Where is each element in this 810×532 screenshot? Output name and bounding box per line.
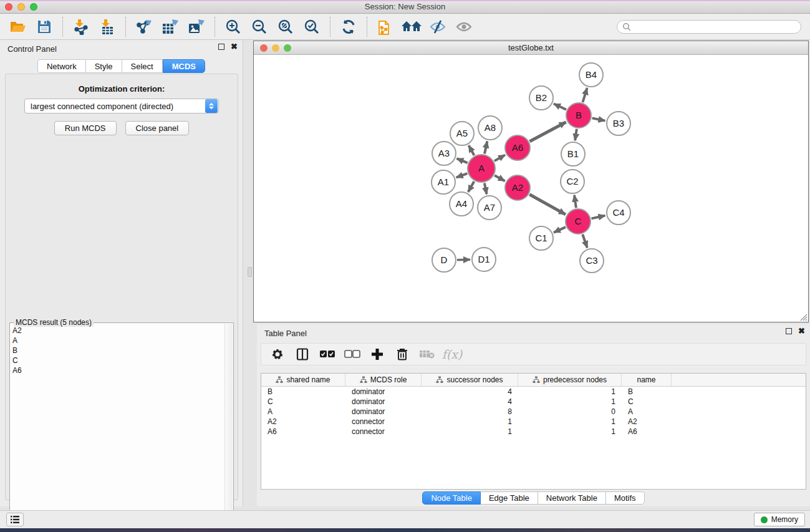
edge-A-A5[interactable] <box>469 145 475 155</box>
show-graphics-details-button[interactable] <box>451 16 477 38</box>
zoom-fit-button[interactable] <box>272 16 299 38</box>
zoom-out-button[interactable] <box>246 16 272 38</box>
import-network-button[interactable] <box>68 16 94 38</box>
new-network-from-selection-button[interactable] <box>372 16 398 38</box>
edge-A-A8[interactable] <box>485 142 487 154</box>
graph-node-A3[interactable]: A3 <box>432 142 456 165</box>
tab-network[interactable]: Network <box>37 59 86 73</box>
deselect-all-button[interactable] <box>341 345 364 364</box>
tab-motifs[interactable]: Motifs <box>606 491 645 505</box>
edge-A-A1[interactable] <box>456 173 468 177</box>
birds-eye-view-button[interactable] <box>398 16 425 38</box>
save-session-button[interactable] <box>31 16 57 38</box>
float-table-panel-icon[interactable] <box>786 328 792 334</box>
show-columns-button[interactable] <box>291 345 314 364</box>
network-window-titlebar[interactable]: testGlobe.txt <box>254 41 808 55</box>
table-row[interactable]: A6connector11A6 <box>261 427 806 437</box>
zoom-in-button[interactable] <box>220 16 246 38</box>
search-box[interactable] <box>617 20 801 34</box>
graph-node-C1[interactable]: C1 <box>529 226 553 250</box>
edge-B-B1[interactable] <box>575 129 577 140</box>
export-network-button[interactable] <box>131 16 157 38</box>
network-graph[interactable]: B4B2BB3A8A5A6A3B1AA1C2A2A4A7C4CC1C3DD1 <box>254 55 808 322</box>
tab-select[interactable]: Select <box>122 59 163 73</box>
edge-A-A6[interactable] <box>494 155 505 161</box>
column-header-predecessor-nodes[interactable]: predecessor nodes <box>518 374 622 386</box>
run-mcds-button[interactable]: Run MCDS <box>54 121 117 135</box>
edge-A-A4[interactable] <box>468 181 474 192</box>
close-panel-icon[interactable]: ✖ <box>231 44 238 50</box>
edge-B-B2[interactable] <box>554 104 566 109</box>
graph-node-D1[interactable]: D1 <box>472 248 496 271</box>
network-canvas[interactable]: B4B2BB3A8A5A6A3B1AA1C2A2A4A7C4CC1C3DD1 <box>254 55 808 322</box>
edge-C-C3[interactable] <box>582 235 587 248</box>
graph-node-C[interactable]: C <box>566 209 591 234</box>
result-list-item[interactable]: A <box>12 336 223 346</box>
result-list-item[interactable]: A6 <box>12 365 223 375</box>
graph-node-B3[interactable]: B3 <box>607 112 630 135</box>
result-list-item[interactable]: B <box>12 346 223 355</box>
edge-A6-B[interactable] <box>529 122 566 142</box>
refresh-button[interactable] <box>335 16 362 38</box>
tab-network-table[interactable]: Network Table <box>538 491 606 505</box>
graph-node-A7[interactable]: A7 <box>478 196 501 220</box>
graph-node-D[interactable]: D <box>432 248 456 272</box>
graph-node-C2[interactable]: C2 <box>561 170 584 193</box>
result-scrollbar[interactable] <box>224 324 233 532</box>
column-header-name[interactable]: name <box>622 374 672 386</box>
graph-node-A4[interactable]: A4 <box>450 192 473 216</box>
graph-node-A8[interactable]: A8 <box>478 116 502 140</box>
edge-B-B3[interactable] <box>592 118 605 120</box>
open-file-button[interactable] <box>5 16 31 38</box>
edge-B-B4[interactable] <box>582 88 587 102</box>
add-column-button[interactable] <box>366 345 388 364</box>
edge-C-C4[interactable] <box>592 216 605 219</box>
table-options-button[interactable] <box>266 345 289 364</box>
close-panel-button[interactable]: Close panel <box>125 121 190 135</box>
criterion-dropdown[interactable]: largest connected component (directed) <box>24 99 219 114</box>
import-table-button[interactable] <box>94 16 120 38</box>
hide-graphics-details-button[interactable] <box>425 16 451 38</box>
memory-button[interactable]: Memory <box>754 513 805 526</box>
graph-node-B4[interactable]: B4 <box>579 63 603 87</box>
float-panel-icon[interactable] <box>218 44 224 50</box>
result-list-item[interactable]: C <box>12 355 223 365</box>
graph-node-B2[interactable]: B2 <box>529 86 553 110</box>
graph-node-C3[interactable]: C3 <box>580 249 604 273</box>
graph-node-A5[interactable]: A5 <box>450 122 474 145</box>
edge-C-C2[interactable] <box>574 195 576 208</box>
select-all-button[interactable] <box>316 345 339 364</box>
graph-node-A1[interactable]: A1 <box>432 170 455 194</box>
mcds-result-list[interactable]: A2ABCA6 <box>12 326 223 531</box>
edge-A-A3[interactable] <box>456 158 467 163</box>
panel-splitter-handle[interactable] <box>248 267 252 277</box>
panel-menu-button[interactable] <box>6 513 24 526</box>
column-header-shared-name[interactable]: shared name <box>261 374 345 386</box>
table-row[interactable]: A2connector11A2 <box>261 417 806 427</box>
column-header-successor-nodes[interactable]: successor nodes <box>422 374 518 386</box>
graph-node-B1[interactable]: B1 <box>561 142 585 166</box>
result-list-item[interactable]: A2 <box>12 326 223 336</box>
edge-A-A7[interactable] <box>485 183 487 195</box>
graph-node-B[interactable]: B <box>566 103 591 128</box>
tab-node-table[interactable]: Node Table <box>422 491 481 505</box>
search-input[interactable] <box>634 22 796 31</box>
edge-A2-C[interactable] <box>529 195 566 215</box>
node-table[interactable]: shared nameMCDS rolesuccessor nodesprede… <box>261 373 806 490</box>
resize-grip-icon[interactable] <box>799 312 808 321</box>
close-table-panel-icon[interactable]: ✖ <box>798 328 805 334</box>
table-row[interactable]: Adominator80A <box>261 407 806 417</box>
delete-columns-button[interactable] <box>391 345 413 364</box>
graph-node-A[interactable]: A <box>468 155 495 182</box>
tab-style[interactable]: Style <box>86 59 122 73</box>
graph-node-C4[interactable]: C4 <box>607 201 630 225</box>
graph-node-A6[interactable]: A6 <box>505 135 530 160</box>
edge-C-C1[interactable] <box>554 227 566 233</box>
table-row[interactable]: Bdominator41B <box>261 387 806 397</box>
graph-node-A2[interactable]: A2 <box>505 175 530 200</box>
export-image-button[interactable] <box>183 16 210 38</box>
tab-edge-table[interactable]: Edge Table <box>481 491 538 505</box>
table-row[interactable]: Cdominator41C <box>261 397 806 407</box>
tab-mcds[interactable]: MCDS <box>163 59 205 73</box>
zoom-selected-button[interactable] <box>299 16 325 38</box>
